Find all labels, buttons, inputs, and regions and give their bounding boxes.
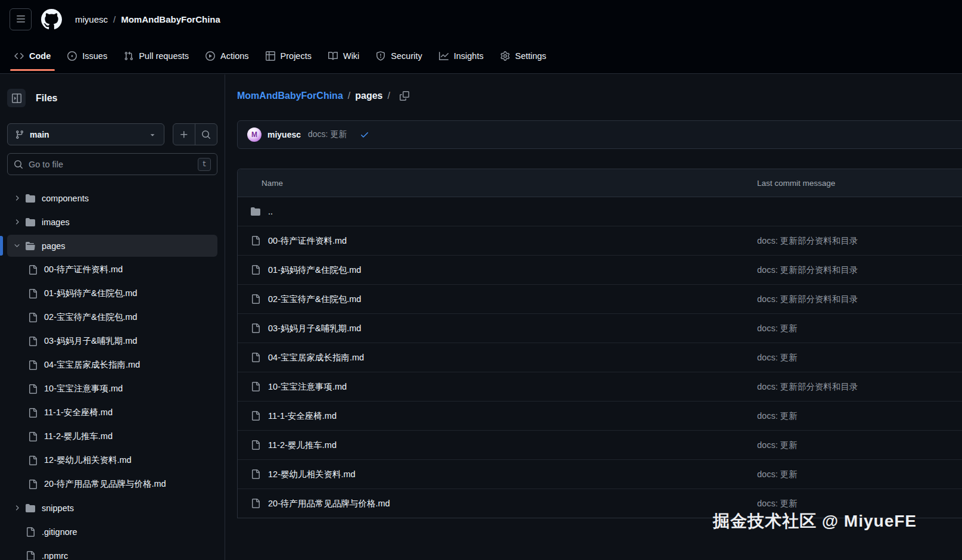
file-name-link[interactable]: 03-妈妈月子&哺乳期.md: [268, 323, 361, 334]
search-tree-button[interactable]: [195, 124, 217, 145]
item-type-icon: [26, 503, 35, 513]
repo-link[interactable]: MomAndBabyForChina: [121, 14, 220, 24]
commit-message-cell[interactable]: docs: 更新: [757, 410, 962, 422]
commit-message-cell[interactable]: docs: 更新部分资料和目录: [757, 381, 962, 393]
file-name-link[interactable]: 10-宝宝注意事项.md: [268, 381, 347, 393]
tree-action-group: [173, 123, 217, 145]
file-name-cell[interactable]: 02-宝宝待产&住院包.md: [238, 294, 757, 305]
owner-link[interactable]: miyuesc: [75, 14, 108, 24]
file-tree: components images pages 00-待产证件资料.md 01-…: [7, 187, 217, 560]
breadcrumb-repo-link[interactable]: MomAndBabyForChina: [237, 91, 343, 101]
commit-message-cell[interactable]: docs: 更新: [757, 440, 962, 451]
tab-settings[interactable]: Settings: [495, 38, 552, 73]
tab-actions[interactable]: Actions: [200, 38, 254, 73]
tree-item[interactable]: 11-1-安全座椅.md: [7, 402, 217, 424]
folder-icon: [251, 207, 260, 216]
tab-issues[interactable]: Issues: [62, 38, 113, 73]
breadcrumb-separator: /: [387, 91, 390, 101]
item-type-icon: [26, 241, 35, 251]
tab-icon: [439, 51, 449, 61]
tree-item[interactable]: 04-宝宝居家成长指南.md: [7, 354, 217, 376]
file-name-cell[interactable]: 12-婴幼儿相关资料.md: [238, 469, 757, 480]
tree-item[interactable]: 00-待产证件资料.md: [7, 259, 217, 281]
table-row[interactable]: 02-宝宝待产&住院包.md docs: 更新部分资料和目录: [238, 285, 962, 314]
latest-commit-bar[interactable]: M miyuesc docs: 更新: [237, 120, 962, 149]
commit-message-cell[interactable]: docs: 更新: [757, 352, 962, 363]
file-name-cell[interactable]: 20-待产用品常见品牌与价格.md: [238, 498, 757, 509]
tree-item[interactable]: 01-妈妈待产&住院包.md: [7, 282, 217, 304]
file-name-cell[interactable]: ..: [238, 207, 757, 216]
chevron-icon: [12, 242, 21, 250]
file-name-cell[interactable]: 03-妈妈月子&哺乳期.md: [238, 323, 757, 334]
parent-directory-row[interactable]: ..: [238, 197, 962, 226]
commit-message-cell[interactable]: docs: 更新部分资料和目录: [757, 265, 962, 276]
tree-item[interactable]: 10-宝宝注意事项.md: [7, 378, 217, 400]
tab-projects[interactable]: Projects: [260, 38, 317, 73]
file-name-link[interactable]: 11-1-安全座椅.md: [268, 410, 337, 422]
commit-message-cell[interactable]: docs: 更新部分资料和目录: [757, 294, 962, 305]
parent-directory-label[interactable]: ..: [268, 207, 273, 216]
add-file-button[interactable]: [173, 124, 195, 145]
file-name-link[interactable]: 00-待产证件资料.md: [268, 235, 347, 247]
file-name-link[interactable]: 20-待产用品常见品牌与价格.md: [268, 498, 390, 509]
commit-message-cell[interactable]: docs: 更新: [757, 498, 962, 509]
table-row[interactable]: 04-宝宝居家成长指南.md docs: 更新: [238, 343, 962, 372]
item-type-icon: [26, 194, 35, 203]
table-row[interactable]: 01-妈妈待产&住院包.md docs: 更新部分资料和目录: [238, 256, 962, 285]
tree-item[interactable]: .gitignore: [7, 521, 217, 543]
file-name-cell[interactable]: 11-1-安全座椅.md: [238, 410, 757, 422]
tab-wiki[interactable]: Wiki: [323, 38, 365, 73]
tree-item[interactable]: 11-2-婴儿推车.md: [7, 425, 217, 447]
item-type-icon: [28, 289, 38, 298]
file-name-cell[interactable]: 01-妈妈待产&住院包.md: [238, 265, 757, 276]
branch-selector[interactable]: main: [7, 123, 164, 145]
table-row[interactable]: 10-宝宝注意事项.md docs: 更新部分资料和目录: [238, 372, 962, 402]
copy-path-button[interactable]: [400, 91, 409, 101]
tree-item-label: pages: [42, 241, 66, 251]
hamburger-menu-button[interactable]: [10, 8, 32, 30]
table-row[interactable]: 11-1-安全座椅.md docs: 更新: [238, 402, 962, 431]
file-name-link[interactable]: 02-宝宝待产&住院包.md: [268, 294, 361, 305]
table-row[interactable]: 12-婴幼儿相关资料.md docs: 更新: [238, 460, 962, 489]
table-row[interactable]: 03-妈妈月子&哺乳期.md docs: 更新: [238, 314, 962, 343]
copy-icon: [400, 91, 409, 101]
table-row[interactable]: 00-待产证件资料.md docs: 更新部分资料和目录: [238, 226, 962, 256]
tree-item[interactable]: 03-妈妈月子&哺乳期.md: [7, 330, 217, 352]
tree-item[interactable]: .npmrc: [7, 545, 217, 560]
file-name-link[interactable]: 04-宝宝居家成长指南.md: [268, 352, 364, 363]
tab-insights[interactable]: Insights: [434, 38, 489, 73]
tree-item[interactable]: 02-宝宝待产&住院包.md: [7, 306, 217, 328]
commit-message-cell[interactable]: docs: 更新: [757, 323, 962, 334]
file-name-cell[interactable]: 11-2-婴儿推车.md: [238, 440, 757, 451]
chevron-icon: [12, 504, 21, 512]
file-name-cell[interactable]: 04-宝宝居家成长指南.md: [238, 352, 757, 363]
go-to-file-input[interactable]: Go to file t: [7, 153, 217, 175]
sidebar-panel-icon: [12, 94, 21, 103]
tab-security[interactable]: Security: [371, 38, 427, 73]
commit-message-cell[interactable]: docs: 更新部分资料和目录: [757, 235, 962, 247]
tree-item[interactable]: 20-待产用品常见品牌与价格.md: [7, 473, 217, 495]
commit-status-check-icon[interactable]: [360, 130, 369, 139]
file-name-link[interactable]: 11-2-婴儿推车.md: [268, 440, 337, 451]
avatar[interactable]: M: [247, 127, 261, 142]
commit-message-cell[interactable]: docs: 更新: [757, 469, 962, 480]
tab-code[interactable]: Code: [9, 38, 56, 73]
commit-author[interactable]: miyuesc: [267, 130, 301, 139]
commit-message[interactable]: docs: 更新: [308, 129, 347, 140]
github-logo-icon[interactable]: [41, 9, 62, 30]
file-name-cell[interactable]: 00-待产证件资料.md: [238, 235, 757, 247]
tab-pull-requests[interactable]: Pull requests: [119, 38, 194, 73]
tree-item[interactable]: pages: [7, 235, 217, 257]
tree-item-label: .gitignore: [42, 527, 77, 537]
tree-item[interactable]: components: [7, 187, 217, 209]
file-name-cell[interactable]: 10-宝宝注意事项.md: [238, 381, 757, 393]
table-row[interactable]: 20-待产用品常见品牌与价格.md docs: 更新: [238, 489, 962, 518]
tree-item[interactable]: images: [7, 211, 217, 233]
tree-item[interactable]: 12-婴幼儿相关资料.md: [7, 449, 217, 471]
file-icon: [251, 440, 260, 450]
tree-item[interactable]: snippets: [7, 497, 217, 519]
table-row[interactable]: 11-2-婴儿推车.md docs: 更新: [238, 431, 962, 460]
collapse-sidebar-button[interactable]: [7, 89, 26, 107]
file-name-link[interactable]: 01-妈妈待产&住院包.md: [268, 265, 361, 276]
file-name-link[interactable]: 12-婴幼儿相关资料.md: [268, 469, 356, 480]
